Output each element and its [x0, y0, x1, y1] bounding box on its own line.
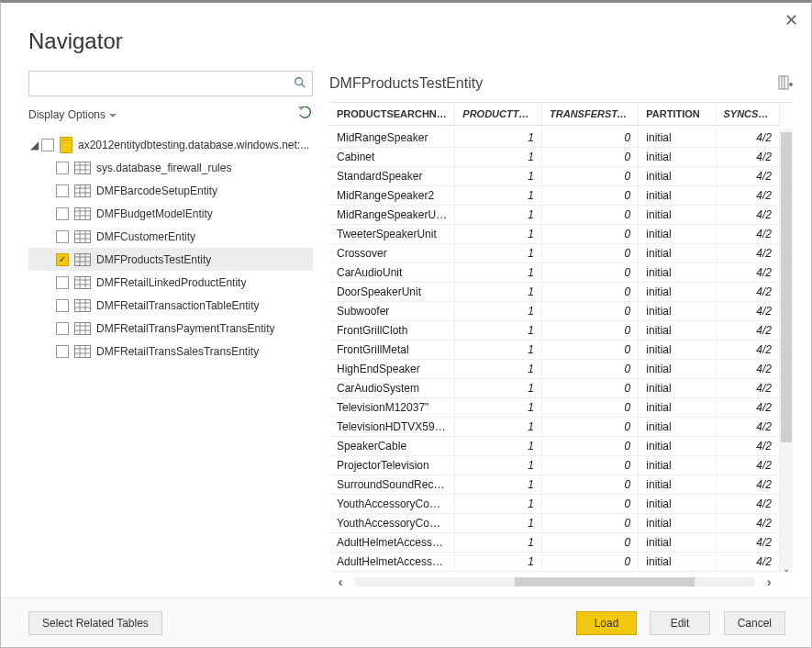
- table-row[interactable]: CarAudioSystem10initial4/2: [329, 379, 780, 398]
- table-cell: initial: [639, 379, 716, 398]
- table-cell: 1: [455, 302, 542, 321]
- scroll-left-icon[interactable]: ‹: [329, 575, 351, 589]
- table-row[interactable]: HighEndSpeaker10initial4/2: [329, 360, 780, 379]
- db-checkbox[interactable]: [41, 139, 54, 151]
- column-header[interactable]: SYNCSTART: [716, 103, 780, 126]
- table-cell: 0: [542, 418, 639, 437]
- close-icon[interactable]: ✕: [784, 10, 798, 30]
- table-row[interactable]: AdultHelmetAccessory10initial4/2: [329, 533, 780, 553]
- collapse-icon[interactable]: ◢: [28, 139, 39, 151]
- tree-item[interactable]: ✓DMFProductsTestEntity: [28, 248, 313, 271]
- item-checkbox[interactable]: [56, 299, 69, 312]
- table-row[interactable]: FrontGrillMetal10initial4/2: [329, 341, 780, 360]
- table-cell: 1: [455, 360, 542, 379]
- table-cell: AdultHelmetAccessory: [329, 533, 455, 553]
- svg-rect-12: [75, 207, 91, 219]
- column-header[interactable]: PARTITION: [639, 103, 716, 126]
- table-row[interactable]: SurroundSoundReceive10initial4/2: [329, 475, 780, 495]
- tree-item[interactable]: sys.database_firewall_rules: [28, 156, 313, 179]
- scroll-thumb[interactable]: [781, 132, 792, 442]
- tree-item[interactable]: DMFCustomerEntity: [28, 225, 313, 248]
- chevron-down-icon: [109, 114, 117, 117]
- dialog-footer: Select Related Tables Load Edit Cancel: [1, 598, 811, 647]
- tree-item[interactable]: DMFRetailTransPaymentTransEntity: [28, 317, 313, 340]
- scroll-down-icon[interactable]: ⌄: [780, 564, 793, 574]
- table-cell: 0: [542, 148, 639, 167]
- table-row[interactable]: Subwoofer10initial4/2: [329, 302, 780, 321]
- table-row[interactable]: YouthAccessoryComboS10initial4/2: [329, 495, 780, 514]
- horizontal-scrollbar[interactable]: ‹ ›: [329, 572, 780, 592]
- nav-tree: ◢ax2012entitydbtesting.database.windows.…: [28, 133, 313, 363]
- search-icon[interactable]: [294, 76, 306, 92]
- table-cell: 4/2: [716, 302, 780, 321]
- load-button[interactable]: Load: [576, 611, 637, 635]
- vertical-scrollbar[interactable]: ⌄: [780, 128, 793, 572]
- table-row[interactable]: SpeakerCable10initial4/2: [329, 437, 780, 456]
- tree-database-node[interactable]: ◢ax2012entitydbtesting.database.windows.…: [28, 133, 313, 156]
- refresh-icon[interactable]: [298, 106, 313, 124]
- item-checkbox[interactable]: [56, 345, 69, 358]
- search-input[interactable]: [29, 72, 284, 95]
- item-checkbox[interactable]: [56, 162, 69, 174]
- table-cell: 4/2: [716, 475, 780, 495]
- table-cell: 1: [455, 341, 542, 360]
- table-cell: 0: [542, 244, 639, 263]
- table-cell: AdultHelmetAccessory: [329, 553, 455, 572]
- table-cell: initial: [639, 167, 716, 186]
- item-checkbox[interactable]: [56, 184, 69, 197]
- database-icon: [60, 137, 72, 153]
- table-cell: initial: [639, 283, 716, 302]
- table-cell: 1: [455, 437, 542, 456]
- column-header[interactable]: TRANSFERSTATUS: [542, 103, 639, 126]
- table-row[interactable]: Cabinet10initial4/2: [329, 148, 780, 167]
- hscroll-thumb[interactable]: [515, 577, 695, 587]
- table-cell: initial: [639, 263, 716, 283]
- preview-title: DMFProductsTestEntity: [329, 75, 483, 92]
- table-row[interactable]: TelevisionM12037"10initial4/2: [329, 398, 780, 418]
- edit-button[interactable]: Edit: [650, 611, 710, 635]
- table-row[interactable]: ProjectorTelevision10initial4/2: [329, 456, 780, 475]
- table-cell: initial: [639, 437, 716, 456]
- table-row[interactable]: DoorSpeakerUnit10initial4/2: [329, 283, 780, 302]
- table-row[interactable]: Crossover10initial4/2: [329, 244, 780, 263]
- tree-item[interactable]: DMFBarcodeSetupEntity: [28, 179, 313, 202]
- item-checkbox[interactable]: ✓: [56, 253, 69, 266]
- svg-rect-22: [75, 253, 91, 265]
- scroll-right-icon[interactable]: ›: [758, 575, 780, 589]
- table-row[interactable]: CarAudioUnit10initial4/2: [329, 263, 780, 283]
- table-row[interactable]: TelevisionHDTVX5905210initial4/2: [329, 418, 780, 437]
- table-row[interactable]: YouthAccessoryComboS10initial4/2: [329, 514, 780, 533]
- table-cell: 1: [455, 418, 542, 437]
- table-cell: 1: [455, 514, 542, 533]
- cancel-button[interactable]: Cancel: [724, 611, 785, 635]
- table-cell: 4/2: [716, 206, 780, 225]
- display-options-dropdown[interactable]: Display Options: [28, 108, 117, 121]
- table-cell: 1: [455, 283, 542, 302]
- tree-item[interactable]: DMFRetailLinkedProductEntity: [28, 271, 313, 294]
- table-cell: 1: [455, 533, 542, 553]
- item-checkbox[interactable]: [56, 207, 69, 220]
- table-row[interactable]: AdultHelmetAccessory10initial4/2: [329, 553, 780, 572]
- dialog-title: Navigator: [28, 28, 123, 54]
- table-cell: TelevisionM12037": [329, 398, 455, 418]
- navigator-dialog: ✕ Navigator Display Options ◢ax2012entit…: [0, 0, 812, 648]
- column-header[interactable]: PRODUCTTYPE: [455, 103, 542, 126]
- add-column-icon[interactable]: [778, 75, 793, 93]
- tree-item-label: DMFProductsTestEntity: [96, 253, 211, 266]
- select-related-tables-button[interactable]: Select Related Tables: [28, 611, 162, 635]
- tree-item[interactable]: DMFBudgetModelEntity: [28, 202, 313, 225]
- item-checkbox[interactable]: [56, 276, 69, 289]
- table-row[interactable]: TweeterSpeakerUnit10initial4/2: [329, 225, 780, 244]
- table-row[interactable]: MidRangeSpeaker210initial4/2: [329, 186, 780, 206]
- tree-item[interactable]: DMFRetailTransSalesTransEntity: [28, 340, 313, 363]
- item-checkbox[interactable]: [56, 230, 69, 243]
- table-row[interactable]: StandardSpeaker10initial4/2: [329, 167, 780, 186]
- tree-item[interactable]: DMFRetailTransactionTableEntity: [28, 294, 313, 317]
- table-row[interactable]: FrontGrillCloth10initial4/2: [329, 321, 780, 341]
- table-cell: 4/2: [716, 167, 780, 186]
- table-row[interactable]: MidRangeSpeaker10initial4/2: [329, 128, 780, 148]
- column-header[interactable]: PRODUCTSEARCHNAME: [329, 103, 455, 126]
- table-cell: 4/2: [716, 321, 780, 341]
- item-checkbox[interactable]: [56, 322, 69, 335]
- table-row[interactable]: MidRangeSpeakerUnit10initial4/2: [329, 206, 780, 225]
